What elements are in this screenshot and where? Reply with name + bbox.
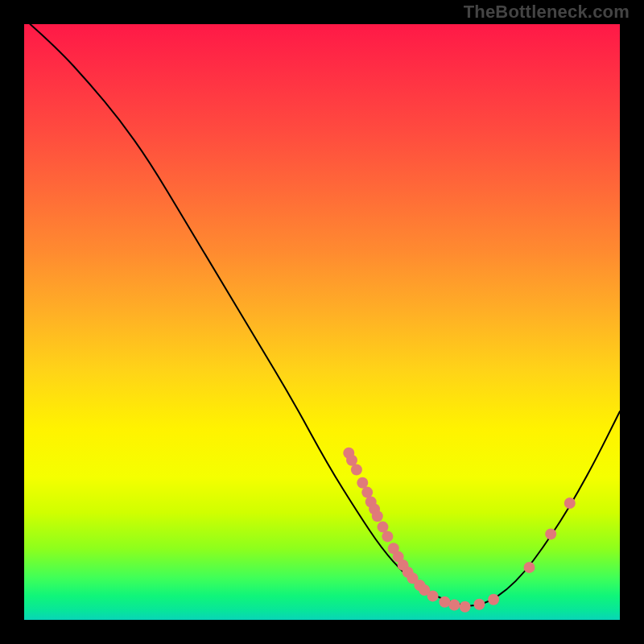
data-point [351, 464, 362, 476]
data-point [361, 487, 373, 498]
plot-overlay [24, 24, 620, 620]
data-point [545, 528, 556, 539]
data-point [524, 562, 535, 573]
data-point [564, 497, 576, 509]
data-points-group [343, 448, 576, 613]
data-point [460, 601, 471, 613]
data-point [448, 600, 460, 611]
data-point [473, 599, 485, 610]
chart-container: TheBottleneck.com [0, 0, 644, 644]
data-point [439, 597, 450, 608]
watermark-text: TheBottleneck.com [464, 2, 630, 23]
bottleneck-curve [30, 24, 620, 605]
data-point [382, 530, 393, 542]
data-point [427, 590, 439, 601]
data-point [372, 510, 383, 522]
data-point [488, 594, 499, 605]
